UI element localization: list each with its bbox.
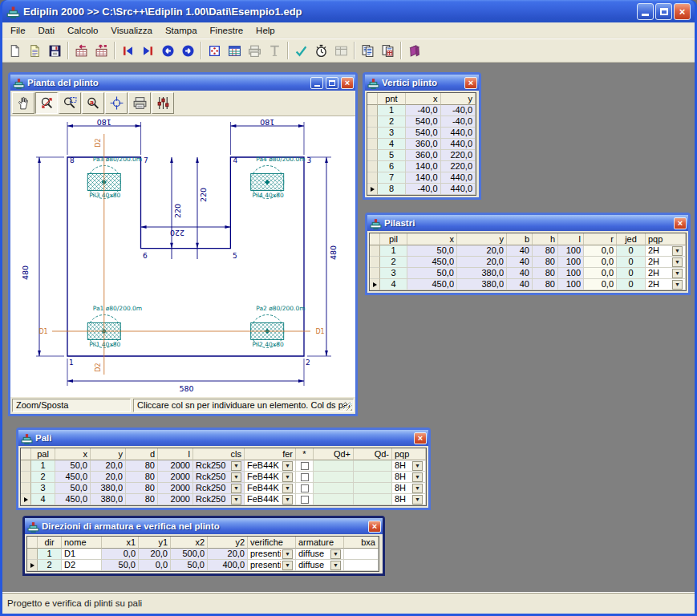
cell-h[interactable]: 80 bbox=[533, 245, 558, 257]
cell-h[interactable]: 80 bbox=[533, 279, 558, 290]
dropdown-button[interactable]: ▼ bbox=[282, 484, 293, 493]
cell-pnt[interactable]: 5 bbox=[378, 150, 406, 161]
cell-qd[interactable] bbox=[354, 460, 392, 472]
table-view-button[interactable] bbox=[225, 41, 245, 60]
pali-titlebar[interactable]: Pali × bbox=[18, 430, 428, 446]
help-book-button[interactable] bbox=[404, 41, 424, 60]
pianta-close-button[interactable]: × bbox=[341, 77, 354, 89]
row-selector[interactable] bbox=[27, 549, 38, 560]
dropdown-button[interactable]: ▼ bbox=[330, 549, 341, 559]
menu-calcolo[interactable]: Calcolo bbox=[61, 24, 104, 37]
row-selector[interactable] bbox=[21, 483, 31, 494]
cell-d[interactable]: 80 bbox=[126, 472, 158, 483]
dropdown-button[interactable]: ▼ bbox=[412, 484, 423, 493]
cell-verifiche[interactable]: presenti▼ bbox=[248, 549, 296, 560]
row-selector[interactable] bbox=[367, 139, 378, 150]
table-recall-button[interactable] bbox=[71, 41, 91, 60]
cell-y[interactable]: 220,0 bbox=[441, 150, 476, 161]
cell-l[interactable]: 2000 bbox=[158, 494, 193, 505]
cell-x[interactable]: 50,0 bbox=[407, 245, 457, 257]
cell-pqp[interactable]: 8H▼ bbox=[392, 460, 426, 472]
cell-pnt[interactable]: 4 bbox=[378, 139, 406, 150]
cell-fer[interactable]: FeB44K▼ bbox=[245, 483, 296, 494]
last-record-button[interactable] bbox=[138, 41, 158, 60]
row-selector[interactable] bbox=[367, 150, 378, 161]
cell-pal[interactable]: 4 bbox=[31, 494, 55, 505]
dropdown-button[interactable]: ▼ bbox=[231, 484, 241, 493]
cell-y[interactable]: 20,0 bbox=[91, 472, 126, 483]
open-file-button[interactable] bbox=[25, 41, 45, 60]
cell-y[interactable]: -40,0 bbox=[441, 116, 476, 128]
cell-b[interactable]: 40 bbox=[507, 257, 533, 268]
cell-qd[interactable] bbox=[354, 472, 392, 483]
cell-nome[interactable]: D1 bbox=[62, 549, 102, 560]
cell-[interactable] bbox=[296, 460, 314, 472]
cell-[interactable] bbox=[296, 483, 314, 494]
cell-qd[interactable] bbox=[314, 494, 354, 505]
dropdown-button[interactable]: ▼ bbox=[672, 280, 683, 290]
cell-r[interactable]: 0,0 bbox=[584, 257, 617, 268]
cell-pil[interactable]: 2 bbox=[380, 257, 407, 268]
calc-timer-button[interactable] bbox=[311, 41, 331, 60]
print-drawing-tool-button[interactable] bbox=[128, 92, 151, 114]
cell-pnt[interactable]: 2 bbox=[378, 116, 406, 128]
cell-y[interactable]: 380,0 bbox=[91, 483, 126, 494]
cell-h[interactable]: 80 bbox=[533, 268, 558, 279]
cell-h[interactable]: 80 bbox=[533, 257, 558, 268]
dropdown-button[interactable]: ▼ bbox=[672, 246, 683, 256]
cell-l[interactable]: 100 bbox=[558, 279, 584, 290]
cell-y[interactable]: 380,0 bbox=[91, 494, 126, 505]
cell-pqp[interactable]: 8H▼ bbox=[392, 472, 426, 483]
cell-cls[interactable]: Rck250▼ bbox=[193, 483, 245, 494]
pianta-canvas[interactable]: 180180480480580220220220Pa1 ø80/200.0mPi… bbox=[10, 116, 355, 397]
cell-qd[interactable] bbox=[314, 472, 354, 483]
calc-check-button[interactable] bbox=[291, 41, 311, 60]
menu-dati[interactable]: Dati bbox=[32, 24, 61, 37]
cell-pnt[interactable]: 3 bbox=[378, 128, 406, 139]
cell-l[interactable]: 2000 bbox=[158, 460, 193, 472]
pali-close-button[interactable]: × bbox=[414, 432, 427, 444]
cell-pqp[interactable]: 2H▼ bbox=[646, 245, 686, 257]
close-button[interactable]: × bbox=[674, 3, 691, 20]
cell-l[interactable]: 2000 bbox=[158, 472, 193, 483]
cell-fer[interactable]: FeB44K▼ bbox=[245, 494, 296, 505]
cell-b[interactable]: 40 bbox=[507, 245, 533, 257]
cell-y1[interactable]: 20,0 bbox=[139, 549, 171, 560]
zoom-all-tool-button[interactable]: a bbox=[82, 92, 104, 114]
cell-jed[interactable]: 0 bbox=[617, 257, 646, 268]
row-selector[interactable] bbox=[21, 472, 31, 483]
dropdown-button[interactable]: ▼ bbox=[282, 472, 293, 482]
cell-cls[interactable]: Rck250▼ bbox=[193, 494, 245, 505]
cell-verifiche[interactable]: presenti▼ bbox=[248, 560, 296, 571]
row-selector[interactable] bbox=[370, 268, 380, 279]
dropdown-button[interactable]: ▼ bbox=[412, 461, 423, 471]
cell-pqp[interactable]: 2H▼ bbox=[646, 268, 686, 279]
cell-[interactable] bbox=[296, 494, 314, 505]
row-selector[interactable] bbox=[370, 257, 380, 268]
cell-x[interactable]: 50,0 bbox=[55, 460, 91, 472]
minimize-button[interactable] bbox=[637, 3, 654, 20]
cell-b[interactable]: 40 bbox=[507, 279, 533, 290]
row-selector[interactable] bbox=[367, 128, 378, 139]
menu-file[interactable]: File bbox=[4, 24, 32, 37]
cell-x[interactable]: 450,0 bbox=[55, 472, 91, 483]
cell-l[interactable]: 100 bbox=[558, 257, 584, 268]
cell-pqp[interactable]: 8H▼ bbox=[392, 483, 426, 494]
dropdown-button[interactable]: ▼ bbox=[412, 495, 423, 505]
dropdown-button[interactable]: ▼ bbox=[412, 472, 423, 482]
direzioni-close-button[interactable]: × bbox=[368, 521, 381, 533]
cell-jed[interactable]: 0 bbox=[617, 279, 646, 290]
maximize-button[interactable] bbox=[655, 3, 672, 20]
cell-pal[interactable]: 3 bbox=[31, 483, 55, 494]
save-file-button[interactable] bbox=[45, 41, 65, 60]
cell-nome[interactable]: D2 bbox=[62, 560, 102, 571]
cell-cls[interactable]: Rck250▼ bbox=[193, 460, 245, 472]
cell-x[interactable]: -40,0 bbox=[406, 105, 441, 116]
cell-x2[interactable]: 500,0 bbox=[171, 549, 208, 560]
cell-l[interactable]: 100 bbox=[558, 268, 584, 279]
cell-r[interactable]: 0,0 bbox=[584, 268, 617, 279]
row-selector[interactable] bbox=[370, 245, 380, 257]
dropdown-button[interactable]: ▼ bbox=[330, 561, 341, 570]
cell-d[interactable]: 80 bbox=[126, 494, 158, 505]
display-options-tool-button[interactable] bbox=[152, 92, 174, 114]
